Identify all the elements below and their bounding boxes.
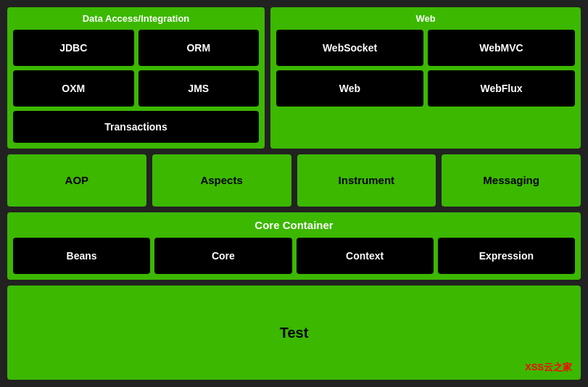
webflux-box: WebFlux [428,70,575,107]
orm-box: ORM [138,30,260,66]
aspects-box: Aspects [152,154,291,207]
row1: Data Access/Integration JDBC ORM OXM JMS… [7,7,581,149]
watermark: XSS云之家 [525,361,572,374]
core-box: Core [154,238,291,274]
data-access-section: Data Access/Integration JDBC ORM OXM JMS… [7,7,265,149]
jdbc-box: JDBC [13,30,134,66]
data-access-grid: JDBC ORM OXM JMS [13,30,259,107]
test-label: Test [280,325,309,341]
data-access-title: Data Access/Integration [13,13,259,25]
core-container-title: Core Container [13,218,575,233]
instrument-box: Instrument [297,154,436,207]
jms-box: JMS [138,70,260,107]
web-grid: WebSocket WebMVC Web WebFlux [276,30,575,107]
websocket-box: WebSocket [276,30,423,66]
transactions-box: Transactions [13,111,259,143]
web-box: Web [276,70,423,107]
test-row: Test XSS云之家 [7,286,581,380]
messaging-box: Messaging [442,154,581,207]
core-container-row: Core Container Beans Core Context Expres… [7,212,581,280]
row2: AOP Aspects Instrument Messaging [7,154,581,207]
web-title: Web [276,13,575,25]
test-section: Test XSS云之家 [7,286,581,380]
aop-box: AOP [7,154,146,207]
oxm-box: OXM [13,70,134,107]
expression-box: Expression [438,238,575,274]
webmvc-box: WebMVC [428,30,575,66]
web-section: Web WebSocket WebMVC Web WebFlux [270,7,581,149]
main-container: Data Access/Integration JDBC ORM OXM JMS… [0,0,588,387]
beans-box: Beans [13,238,150,274]
core-container-section: Core Container Beans Core Context Expres… [7,212,581,280]
core-container-grid: Beans Core Context Expression [13,238,575,274]
context-box: Context [297,238,434,274]
